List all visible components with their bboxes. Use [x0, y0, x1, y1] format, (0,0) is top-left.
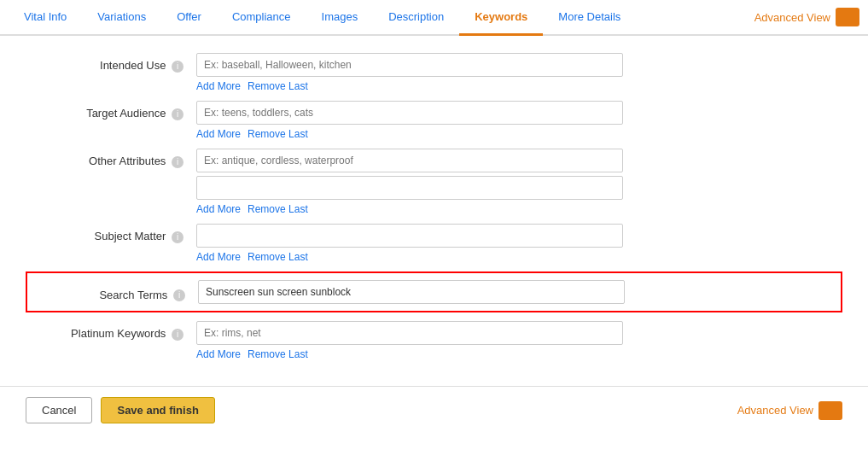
target-audience-field-group: Add More Remove Last: [196, 101, 842, 140]
tab-more-details[interactable]: More Details: [543, 0, 636, 36]
other-attributes-label: Other Attributes i: [26, 149, 196, 168]
other-attributes-info-icon[interactable]: i: [172, 156, 184, 168]
main-content: Intended Use i Add More Remove Last Targ…: [0, 36, 868, 386]
target-audience-info-icon[interactable]: i: [172, 108, 184, 120]
platinum-keywords-remove-last[interactable]: Remove Last: [248, 348, 308, 360]
cancel-button[interactable]: Cancel: [26, 397, 92, 423]
tab-compliance[interactable]: Compliance: [217, 0, 306, 36]
search-terms-wrapper: Search Terms i: [26, 271, 842, 312]
platinum-keywords-row: Platinum Keywords i Add More Remove Last: [26, 321, 842, 360]
target-audience-row: Target Audience i Add More Remove Last: [26, 101, 842, 140]
tab-description[interactable]: Description: [373, 0, 459, 36]
intended-use-label: Intended Use i: [26, 53, 196, 73]
search-terms-field-group: [198, 280, 832, 304]
other-attributes-input-2[interactable]: [196, 176, 623, 200]
advanced-view-bottom-label: Advanced View: [737, 404, 813, 417]
other-attributes-field-group: Add More Remove Last: [196, 149, 842, 215]
bottom-bar: Cancel Save and finish Advanced View: [0, 386, 868, 434]
intended-use-field-group: Add More Remove Last: [196, 53, 842, 92]
advanced-view-bottom: Advanced View: [737, 401, 842, 420]
platinum-keywords-label: Platinum Keywords i: [26, 321, 196, 341]
advanced-view-top-label: Advanced View: [754, 11, 830, 24]
search-terms-label: Search Terms i: [36, 283, 198, 302]
subject-matter-input[interactable]: [196, 224, 623, 248]
other-attributes-add-more[interactable]: Add More: [196, 203, 241, 215]
top-nav: Vital Info Variations Offer Compliance I…: [0, 0, 868, 36]
tab-images[interactable]: Images: [306, 0, 374, 36]
platinum-keywords-field-group: Add More Remove Last: [196, 321, 842, 360]
bottom-left-actions: Cancel Save and finish: [26, 397, 215, 423]
subject-matter-field-group: Add More Remove Last: [196, 224, 842, 263]
target-audience-input[interactable]: [196, 101, 623, 125]
platinum-keywords-info-icon[interactable]: i: [172, 329, 184, 341]
intended-use-row: Intended Use i Add More Remove Last: [26, 53, 842, 92]
intended-use-info-icon[interactable]: i: [172, 61, 184, 73]
other-attributes-input-1[interactable]: [196, 149, 623, 172]
tab-vital-info[interactable]: Vital Info: [9, 0, 82, 36]
intended-use-remove-last[interactable]: Remove Last: [248, 80, 308, 92]
advanced-view-top-toggle[interactable]: [836, 8, 859, 26]
advanced-view-top: Advanced View: [754, 8, 859, 26]
target-audience-label: Target Audience i: [26, 101, 196, 120]
other-attributes-row: Other Attributes i Add More Remove Last: [26, 149, 842, 215]
platinum-keywords-input[interactable]: [196, 321, 623, 345]
subject-matter-remove-last[interactable]: Remove Last: [248, 251, 308, 263]
subject-matter-info-icon[interactable]: i: [172, 231, 184, 243]
subject-matter-label: Subject Matter i: [26, 224, 196, 243]
tab-offer[interactable]: Offer: [161, 0, 217, 36]
intended-use-input[interactable]: [196, 53, 623, 77]
subject-matter-row: Subject Matter i Add More Remove Last: [26, 224, 842, 263]
other-attributes-remove-last[interactable]: Remove Last: [248, 203, 308, 215]
platinum-keywords-add-more[interactable]: Add More: [196, 348, 241, 360]
target-audience-remove-last[interactable]: Remove Last: [248, 128, 308, 140]
advanced-view-bottom-toggle[interactable]: [818, 401, 842, 420]
save-button[interactable]: Save and finish: [101, 397, 214, 423]
intended-use-add-more[interactable]: Add More: [196, 80, 241, 92]
target-audience-add-more[interactable]: Add More: [196, 128, 241, 140]
subject-matter-add-more[interactable]: Add More: [196, 251, 241, 263]
tab-keywords[interactable]: Keywords: [459, 0, 543, 36]
tab-variations[interactable]: Variations: [82, 0, 161, 36]
search-terms-input[interactable]: [198, 280, 625, 304]
search-terms-info-icon[interactable]: i: [173, 289, 185, 301]
